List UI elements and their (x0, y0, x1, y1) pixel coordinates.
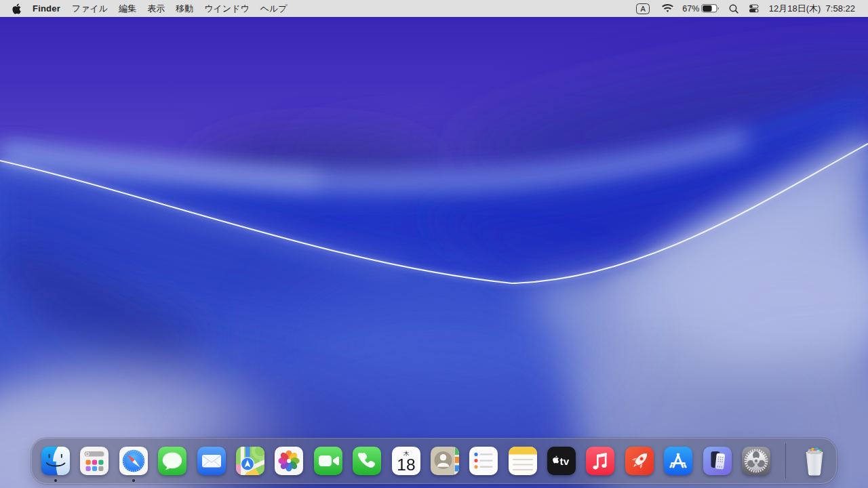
menu-help[interactable]: ヘルプ (255, 0, 293, 17)
dock-item-contacts[interactable] (430, 446, 460, 476)
dock-item-facetime[interactable] (313, 446, 343, 476)
contacts-icon (430, 446, 460, 476)
search-icon (729, 4, 738, 14)
apple-menu[interactable] (5, 0, 28, 17)
menu-app-name[interactable]: Finder (28, 3, 66, 14)
menu-edit[interactable]: 編集 (113, 0, 142, 17)
dock-item-tv[interactable]: tv (547, 446, 576, 476)
menu-view[interactable]: 表示 (142, 0, 170, 17)
reminders-icon (469, 446, 498, 476)
dock: 木 18 (31, 438, 837, 484)
dock-separator (785, 443, 786, 479)
menu-left-group: Finder ファイル 編集 表示 移動 ウインドウ ヘルプ (0, 0, 293, 17)
menu-go[interactable]: 移動 (170, 0, 199, 17)
input-source-badge: A (636, 3, 650, 14)
tv-label: tv (560, 455, 570, 467)
dock-item-finder[interactable] (41, 446, 71, 476)
wifi-icon (662, 4, 673, 13)
battery-icon (701, 4, 719, 13)
dock-item-messages[interactable] (157, 446, 187, 476)
dock-item-photos[interactable] (274, 446, 304, 476)
dock-item-calendar[interactable]: 木 18 (391, 446, 421, 476)
dock-item-apps-launchpad[interactable] (79, 446, 109, 476)
finder-icon (41, 446, 71, 476)
system-settings-icon (741, 446, 771, 476)
maps-icon (235, 446, 265, 476)
battery-percent: 67% (682, 4, 699, 14)
messages-icon (157, 446, 187, 476)
tv-icon: tv (547, 446, 576, 476)
dock-item-notes[interactable] (508, 446, 538, 476)
input-source-menu[interactable]: A (629, 0, 656, 17)
trash-full-icon (800, 446, 829, 476)
battery-menu[interactable]: 67% (678, 0, 725, 17)
calendar-day: 18 (397, 455, 415, 474)
dock-item-maps[interactable] (235, 446, 265, 476)
running-indicator (54, 479, 57, 482)
control-center-icon (749, 4, 759, 13)
wifi-menu[interactable] (656, 0, 678, 17)
photos-icon (274, 446, 304, 476)
iphone-mirroring-icon (703, 446, 732, 476)
control-center-menu[interactable] (743, 0, 766, 17)
mail-icon (197, 446, 226, 476)
dock-item-reminders[interactable] (469, 446, 498, 476)
dock-item-trash[interactable] (800, 446, 829, 476)
notes-icon (508, 446, 538, 476)
dock-item-system-settings[interactable] (741, 446, 771, 476)
desktop-wallpaper (0, 0, 868, 488)
facetime-icon (313, 446, 343, 476)
menu-right-group: A 67% (629, 0, 868, 17)
dock-item-phone[interactable] (352, 446, 382, 476)
running-indicator (132, 479, 135, 482)
app-store-icon (663, 446, 693, 476)
safari-icon (119, 446, 149, 476)
apps-launchpad-icon (79, 446, 109, 476)
spotlight-menu[interactable] (725, 0, 743, 17)
menu-window[interactable]: ウインドウ (199, 0, 255, 17)
dock-item-app-store[interactable] (663, 446, 693, 476)
menu-bar: Finder ファイル 編集 表示 移動 ウインドウ ヘルプ A 67% (0, 0, 868, 17)
menu-clock[interactable]: 12月18日(木) 7:58:22 (766, 0, 868, 17)
apple-logo-icon (12, 3, 21, 14)
dock-item-music[interactable] (585, 446, 615, 476)
rocket-icon (625, 446, 654, 476)
dock-item-safari[interactable] (119, 446, 149, 476)
menu-file[interactable]: ファイル (66, 0, 113, 17)
music-icon (585, 446, 615, 476)
calendar-icon: 木 18 (391, 446, 421, 476)
dock-item-iphone-mirroring[interactable] (703, 446, 732, 476)
phone-icon (352, 446, 382, 476)
dock-item-mail[interactable] (197, 446, 226, 476)
dock-item-rocket-app[interactable] (625, 446, 654, 476)
